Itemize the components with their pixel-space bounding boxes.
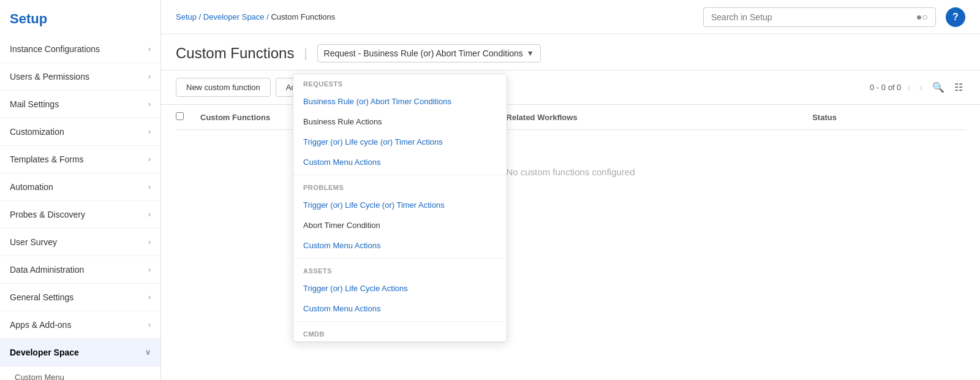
dropdown-item-req-4[interactable]: Custom Menu Actions bbox=[293, 152, 507, 172]
sidebar-nav: Instance Configurations›Users & Permissi… bbox=[0, 36, 160, 380]
sidebar-item-label-probes: Probes & Discovery bbox=[10, 210, 85, 219]
title-divider: | bbox=[304, 47, 307, 61]
chevron-icon-survey: › bbox=[148, 238, 151, 246]
page-content: Custom Functions | Request - Business Ru… bbox=[161, 34, 980, 380]
app-title: Setup bbox=[0, 0, 160, 36]
dropdown-section-header-problems: PROBLEMS bbox=[293, 178, 507, 195]
sidebar-item-label-survey: User Survey bbox=[10, 237, 57, 247]
dropdown-divider-0 bbox=[293, 175, 507, 175]
chevron-icon-users: › bbox=[148, 72, 151, 81]
chevron-icon-apps: › bbox=[148, 321, 151, 329]
breadcrumb-developer-space[interactable]: Developer Space bbox=[203, 12, 265, 21]
chevron-icon-developer: ∨ bbox=[145, 348, 151, 357]
sidebar-item-survey[interactable]: User Survey› bbox=[0, 229, 160, 256]
search-table-icon[interactable]: 🔍 bbox=[930, 79, 947, 96]
sidebar-item-apps[interactable]: Apps & Add-ons› bbox=[0, 311, 160, 339]
chevron-icon-mail: › bbox=[148, 100, 151, 108]
sidebar-item-automation[interactable]: Automation› bbox=[0, 173, 160, 201]
dropdown-divider-2 bbox=[293, 321, 507, 322]
sidebar-item-label-general: General Settings bbox=[10, 292, 74, 302]
dropdown-item-req-1[interactable]: Business Rule (or) Abort Timer Condition… bbox=[293, 91, 507, 112]
help-button[interactable]: ? bbox=[946, 7, 965, 27]
select-all-col bbox=[176, 112, 200, 122]
dropdown-divider-1 bbox=[293, 258, 507, 259]
dropdown-section-header-cmdb: CMDB bbox=[293, 324, 507, 341]
col-status: Status bbox=[812, 113, 965, 122]
chevron-icon-templates: › bbox=[148, 155, 151, 164]
new-custom-function-button[interactable]: New custom function bbox=[176, 78, 271, 97]
breadcrumb-setup[interactable]: Setup bbox=[176, 12, 197, 21]
sidebar-item-data-admin[interactable]: Data Administration› bbox=[0, 256, 160, 284]
pagination-info: 0 - 0 of 0 ‹ › bbox=[870, 81, 925, 94]
dropdown-item-asset-1[interactable]: Trigger (or) Life Cycle Actions bbox=[293, 278, 507, 298]
sidebar-item-label-customization: Customization bbox=[10, 127, 64, 137]
dropdown-item-asset-2[interactable]: Custom Menu Actions bbox=[293, 298, 507, 319]
toolbar: New custom function Action ▾ 0 - 0 of 0 … bbox=[161, 70, 980, 105]
dropdown-item-req-2[interactable]: Business Rule Actions bbox=[293, 112, 507, 132]
search-box[interactable]: ●○ bbox=[703, 7, 936, 27]
columns-settings-icon[interactable]: ☷ bbox=[952, 79, 965, 96]
dropdown-item-req-3[interactable]: Trigger (or) Life cycle (or) Timer Actio… bbox=[293, 132, 507, 152]
breadcrumb: Setup / Developer Space / Custom Functio… bbox=[176, 12, 335, 21]
sidebar-item-general[interactable]: General Settings› bbox=[0, 284, 160, 311]
page-header: Custom Functions | Request - Business Ru… bbox=[161, 34, 980, 70]
sidebar-item-label-instance: Instance Configurations bbox=[10, 44, 100, 54]
sidebar-item-developer[interactable]: Developer Space∨ bbox=[0, 339, 160, 367]
sidebar-item-instance[interactable]: Instance Configurations› bbox=[0, 36, 160, 63]
sidebar-item-users[interactable]: Users & Permissions› bbox=[0, 63, 160, 91]
sidebar-item-templates[interactable]: Templates & Forms› bbox=[0, 146, 160, 173]
pagination-text: 0 - 0 of 0 bbox=[870, 83, 901, 92]
prev-page-button[interactable]: ‹ bbox=[905, 81, 913, 94]
toolbar-right: 0 - 0 of 0 ‹ › 🔍 ☷ bbox=[870, 79, 965, 96]
sidebar: Setup Instance Configurations›Users & Pe… bbox=[0, 0, 161, 380]
chevron-icon-data-admin: › bbox=[148, 265, 151, 274]
sidebar-item-label-users: Users & Permissions bbox=[10, 72, 89, 82]
dropdown-section-header-assets: ASSETS bbox=[293, 261, 507, 278]
dropdown-arrow-icon: ▼ bbox=[527, 49, 534, 58]
sidebar-item-label-automation: Automation bbox=[10, 182, 53, 192]
sidebar-subitem-custom-menu[interactable]: Custom Menu bbox=[0, 367, 160, 380]
next-page-button[interactable]: › bbox=[917, 81, 925, 94]
table-container: Custom Functions Related Workflows Statu… bbox=[161, 105, 980, 214]
sidebar-item-label-templates: Templates & Forms bbox=[10, 154, 84, 164]
sidebar-item-label-mail: Mail Settings bbox=[10, 99, 59, 109]
dropdown-item-prob-2[interactable]: Abort Timer Condition bbox=[293, 215, 507, 235]
filter-dropdown-trigger[interactable]: Request - Business Rule (or) Abort Timer… bbox=[317, 44, 541, 63]
sidebar-item-label-apps: Apps & Add-ons bbox=[10, 320, 71, 330]
breadcrumb-custom-functions: Custom Functions bbox=[271, 12, 335, 21]
sidebar-item-mail[interactable]: Mail Settings› bbox=[0, 91, 160, 118]
sidebar-item-customization[interactable]: Customization› bbox=[0, 118, 160, 146]
chevron-icon-probes: › bbox=[148, 210, 151, 219]
col-related-workflows: Related Workflows bbox=[507, 113, 813, 122]
top-header: Setup / Developer Space / Custom Functio… bbox=[161, 0, 980, 34]
dropdown-item-prob-3[interactable]: Custom Menu Actions bbox=[293, 235, 507, 256]
filter-dropdown-label: Request - Business Rule (or) Abort Timer… bbox=[324, 48, 523, 58]
page-title: Custom Functions bbox=[176, 45, 294, 62]
chevron-icon-general: › bbox=[148, 293, 151, 302]
dropdown-section-header-requests: REQUESTS bbox=[293, 74, 507, 91]
sidebar-item-label-developer: Developer Space bbox=[10, 348, 79, 357]
chevron-icon-automation: › bbox=[148, 183, 151, 191]
dropdown-item-prob-1[interactable]: Trigger (or) Life Cycle (or) Timer Actio… bbox=[293, 195, 507, 215]
search-input[interactable] bbox=[711, 12, 916, 22]
select-all-checkbox[interactable] bbox=[176, 112, 184, 120]
chevron-icon-customization: › bbox=[148, 127, 151, 136]
search-icon[interactable]: ●○ bbox=[916, 12, 928, 23]
filter-dropdown-menu: REQUESTSBusiness Rule (or) Abort Timer C… bbox=[293, 74, 507, 342]
main-content: Setup / Developer Space / Custom Functio… bbox=[161, 0, 980, 380]
chevron-icon-instance: › bbox=[148, 45, 151, 53]
sidebar-item-probes[interactable]: Probes & Discovery› bbox=[0, 201, 160, 229]
sidebar-item-label-data-admin: Data Administration bbox=[10, 265, 84, 275]
